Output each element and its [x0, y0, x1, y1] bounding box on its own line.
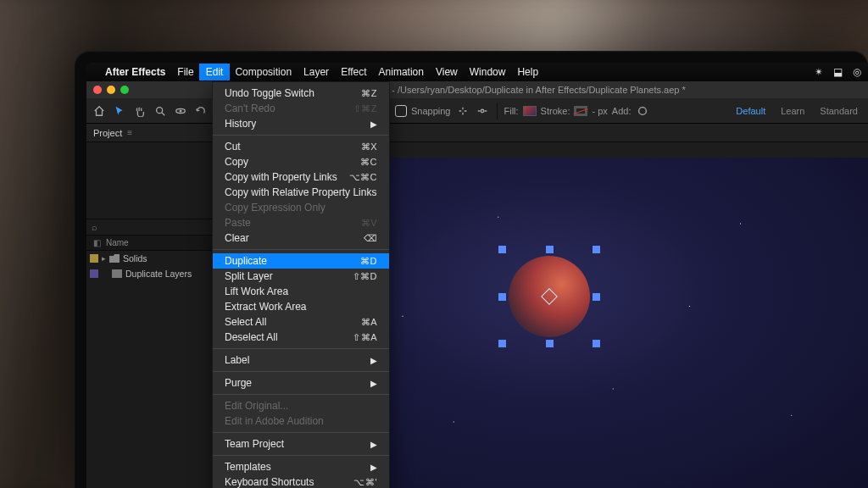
composition-icon	[112, 269, 122, 278]
snap-option-icon[interactable]	[455, 103, 470, 119]
macos-menubar: After Effects File Edit Composition Laye…	[86, 63, 868, 81]
shortcut-label: ⌘C	[360, 157, 377, 168]
shortcut-label: ⇧⌘D	[353, 271, 377, 282]
tray-dropbox-icon[interactable]: ⬓	[833, 66, 843, 78]
menu-item-keyboard-shortcuts[interactable]: Keyboard Shortcuts⌥⌘'	[213, 474, 389, 488]
selection-tool-icon[interactable]	[112, 103, 127, 119]
menu-edit[interactable]: Edit	[199, 64, 231, 80]
submenu-arrow-icon: ▶	[370, 440, 377, 449]
resize-handle[interactable]	[546, 340, 554, 347]
stroke-width[interactable]: - px	[592, 106, 607, 116]
tag-column-icon[interactable]: ◧	[93, 238, 101, 247]
resize-handle[interactable]	[593, 246, 600, 253]
menu-composition[interactable]: Composition	[235, 66, 292, 78]
menu-item-label: Select All	[225, 316, 266, 328]
project-panel-tab[interactable]: Project ≡	[86, 124, 213, 142]
menu-item-label: Templates	[225, 461, 271, 473]
rotate-tool-icon[interactable]	[193, 103, 209, 119]
orbit-tool-icon[interactable]	[173, 103, 188, 119]
add-mode-icon[interactable]	[635, 103, 650, 119]
app-body: Project ≡ ⌕ ◧ Name ▸ Solids	[86, 124, 868, 488]
resize-handle[interactable]	[546, 246, 554, 253]
menu-item-select-all[interactable]: Select All⌘A	[213, 314, 389, 330]
workspace-learn[interactable]: Learn	[776, 106, 810, 116]
shortcut-label: ⌥⌘'	[353, 477, 377, 488]
menu-item-label: Extract Work Area	[225, 301, 306, 313]
workspace-default[interactable]: Default	[731, 106, 771, 116]
snap-option2-icon[interactable]	[475, 103, 490, 119]
fill-swatch[interactable]	[523, 106, 537, 116]
menu-item-extract-work-area[interactable]: Extract Work Area	[213, 299, 389, 314]
minimize-button[interactable]	[107, 86, 115, 94]
menu-item-templates[interactable]: Templates▶	[213, 459, 389, 474]
fill-label: Fill:	[504, 106, 519, 116]
menu-item-deselect-all[interactable]: Deselect All⇧⌘A	[213, 330, 389, 345]
close-button[interactable]	[93, 86, 102, 94]
snapping-label: Snapping	[411, 106, 451, 116]
zoom-button[interactable]	[120, 86, 129, 94]
selection-box[interactable]	[502, 249, 597, 344]
panel-menu-icon[interactable]: ≡	[127, 128, 132, 137]
menu-item-label: Lift Work Area	[225, 286, 288, 297]
menu-item-label: Duplicate	[225, 255, 267, 267]
svg-point-9	[639, 107, 647, 114]
hand-tool-icon[interactable]	[132, 103, 147, 119]
project-search[interactable]: ⌕	[86, 219, 213, 236]
shortcut-label: ⌘D	[360, 256, 377, 267]
project-row-duplicate-layers[interactable]: Duplicate Layers	[86, 266, 213, 281]
menu-layer[interactable]: Layer	[303, 66, 329, 78]
menu-item-copy-with-relative-property-links[interactable]: Copy with Relative Property Links	[213, 185, 389, 200]
resize-handle[interactable]	[498, 246, 506, 253]
svg-point-2	[180, 110, 181, 112]
submenu-arrow-icon: ▶	[370, 379, 377, 388]
shortcut-label: ⇧⌘A	[353, 332, 377, 343]
menubar-tray: ✴ ⬓ ◎	[815, 66, 861, 78]
zoom-tool-icon[interactable]	[153, 103, 168, 119]
menu-item-copy[interactable]: Copy⌘C	[213, 154, 389, 169]
project-row-label: Solids	[123, 253, 147, 263]
fill-stroke-group: Fill: Stroke: - px Add:	[504, 103, 651, 119]
menu-item-label: Edit in Adobe Audition	[225, 415, 324, 427]
menu-item-history[interactable]: History▶	[213, 116, 389, 131]
menu-item-team-project[interactable]: Team Project▶	[213, 436, 389, 452]
snapping-group[interactable]: Snapping	[395, 103, 490, 119]
menu-view[interactable]: View	[436, 66, 458, 78]
menu-animation[interactable]: Animation	[379, 66, 424, 78]
shortcut-label: ⌘A	[361, 317, 377, 328]
menu-item-purge[interactable]: Purge▶	[213, 375, 389, 391]
search-icon: ⌕	[92, 222, 97, 232]
folder-icon	[109, 254, 120, 263]
anchor-point-icon[interactable]	[541, 288, 558, 305]
menu-item-copy-with-property-links[interactable]: Copy with Property Links⌥⌘C	[213, 169, 389, 185]
menu-window[interactable]: Window	[470, 66, 506, 78]
tray-cc-icon[interactable]: ◎	[853, 66, 861, 78]
menu-item-undo-toggle-switch[interactable]: Undo Toggle Switch⌘Z	[213, 86, 389, 101]
shortcut-label: ⌘Z	[361, 88, 377, 99]
shortcut-label: ⌘V	[361, 218, 377, 229]
menu-item-duplicate[interactable]: Duplicate⌘D	[213, 253, 389, 269]
menu-item-split-layer[interactable]: Split Layer⇧⌘D	[213, 269, 389, 284]
menu-item-cut[interactable]: Cut⌘X	[213, 139, 389, 154]
project-name-header[interactable]: ◧ Name	[86, 236, 213, 251]
disclosure-icon[interactable]: ▸	[102, 254, 106, 263]
name-column-label: Name	[106, 238, 129, 247]
home-icon[interactable]	[92, 103, 107, 119]
tray-icon[interactable]: ✴	[815, 66, 823, 78]
workspace-standard[interactable]: Standard	[815, 106, 863, 116]
project-row-solids[interactable]: ▸ Solids	[86, 251, 213, 266]
menu-effect[interactable]: Effect	[341, 66, 366, 78]
menu-item-label: Copy with Property Links	[225, 171, 337, 183]
app-name[interactable]: After Effects	[105, 66, 165, 78]
resize-handle[interactable]	[498, 340, 506, 347]
resize-handle[interactable]	[593, 293, 600, 301]
resize-handle[interactable]	[498, 293, 506, 301]
stroke-swatch[interactable]	[574, 106, 587, 116]
menu-file[interactable]: File	[177, 66, 193, 78]
menu-item-label[interactable]: Label▶	[213, 352, 389, 368]
snapping-checkbox-icon[interactable]	[395, 105, 407, 117]
submenu-arrow-icon: ▶	[370, 463, 377, 472]
menu-help[interactable]: Help	[517, 66, 538, 78]
menu-item-lift-work-area[interactable]: Lift Work Area	[213, 284, 389, 299]
resize-handle[interactable]	[593, 340, 600, 347]
menu-item-clear[interactable]: Clear⌫	[213, 230, 389, 246]
